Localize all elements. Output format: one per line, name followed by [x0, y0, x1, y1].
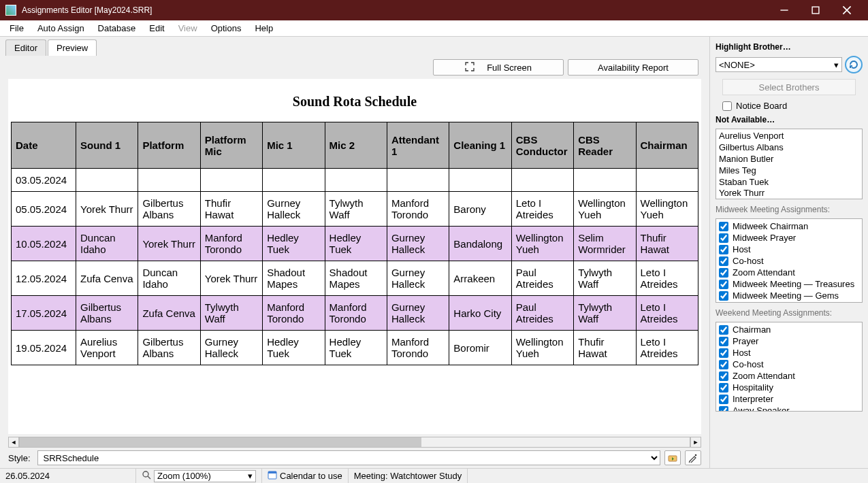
checklist-checkbox[interactable]: [719, 222, 728, 231]
assignment-cell[interactable]: [449, 169, 511, 192]
checklist-item[interactable]: Midweek Meeting — Treasures: [718, 278, 861, 290]
list-item[interactable]: Aurelius Venport: [719, 131, 859, 142]
checklist-item[interactable]: Co-host: [718, 359, 861, 370]
assignment-cell[interactable]: Tylwyth Waff: [574, 261, 636, 296]
style-settings-button[interactable]: [685, 450, 701, 465]
checklist-item[interactable]: Zoom Attendant: [718, 267, 861, 278]
menu-edit[interactable]: Edit: [142, 22, 171, 35]
assignment-cell[interactable]: Wellington Yueh: [574, 192, 636, 227]
assignment-cell[interactable]: Paul Atreides: [511, 296, 573, 331]
checklist-checkbox[interactable]: [719, 337, 728, 346]
assignment-cell[interactable]: Gilbertus Albans: [76, 296, 138, 331]
assignment-cell[interactable]: Thufir Hawat: [200, 192, 262, 227]
assignment-cell[interactable]: [76, 169, 138, 192]
assignment-cell[interactable]: [387, 169, 449, 192]
assignment-cell[interactable]: [636, 169, 698, 192]
status-calendar[interactable]: Calendar to use: [280, 471, 342, 481]
assignment-cell[interactable]: Selim Wormrider: [574, 227, 636, 261]
checklist-item[interactable]: Co-host: [718, 255, 861, 267]
assignment-cell[interactable]: Leto I Atreides: [511, 192, 573, 227]
assignment-cell[interactable]: Gurney Halleck: [387, 296, 449, 331]
assignment-cell[interactable]: Gurney Halleck: [263, 192, 325, 227]
checklist-item[interactable]: Interpreter: [718, 393, 861, 405]
assignment-cell[interactable]: Wellington Yueh: [636, 192, 698, 227]
availability-report-button[interactable]: Availability Report: [568, 59, 698, 76]
assignment-cell[interactable]: Hedley Tuek: [325, 227, 387, 261]
assignment-cell[interactable]: Shadout Mapes: [263, 261, 325, 296]
checklist-checkbox[interactable]: [719, 348, 728, 358]
assignment-cell[interactable]: Manford Torondo: [200, 227, 262, 261]
checklist-checkbox[interactable]: [719, 360, 728, 369]
assignment-cell[interactable]: Gurney Halleck: [200, 331, 262, 365]
tab-editor[interactable]: Editor: [5, 39, 46, 56]
assignment-cell[interactable]: Tylwyth Waff: [574, 296, 636, 331]
menu-file[interactable]: File: [3, 22, 31, 35]
scroll-left-icon[interactable]: ◄: [8, 437, 19, 448]
menu-options[interactable]: Options: [204, 22, 248, 35]
assignment-cell[interactable]: Thufir Hawat: [574, 331, 636, 365]
assignment-cell[interactable]: Paul Atreides: [511, 261, 573, 296]
checklist-item[interactable]: Midweek Prayer: [718, 232, 861, 244]
scroll-right-icon[interactable]: ►: [690, 437, 701, 448]
assignment-cell[interactable]: Manford Torondo: [387, 331, 449, 365]
not-available-list[interactable]: Aurelius VenportGilbertus AlbansManion B…: [716, 129, 863, 199]
checklist-item[interactable]: Prayer: [718, 335, 861, 347]
assignment-cell[interactable]: Boromir: [449, 331, 511, 365]
assignment-cell[interactable]: Wellington Yueh: [511, 331, 573, 365]
midweek-assignments-list[interactable]: Midweek ChairmanMidweek PrayerHostCo-hos…: [716, 218, 863, 303]
assignment-cell[interactable]: Manford Torondo: [387, 192, 449, 227]
assignment-cell[interactable]: Aurelius Venport: [76, 331, 138, 365]
checklist-checkbox[interactable]: [719, 268, 728, 278]
assignment-cell[interactable]: Leto I Atreides: [636, 261, 698, 296]
assignment-cell[interactable]: Leto I Atreides: [636, 331, 698, 365]
checklist-item[interactable]: Midweek Meeting — Living: [718, 301, 861, 303]
assignment-cell[interactable]: Harko City: [449, 296, 511, 331]
assignment-cell[interactable]: [325, 169, 387, 192]
checklist-item[interactable]: Host: [718, 347, 861, 359]
refresh-button[interactable]: [845, 56, 863, 73]
assignment-cell[interactable]: Thufir Hawat: [636, 227, 698, 261]
checklist-item[interactable]: Host: [718, 244, 861, 255]
list-item[interactable]: Gilbertus Albans: [719, 142, 859, 154]
checklist-checkbox[interactable]: [719, 383, 728, 393]
table-row[interactable]: 17.05.2024Gilbertus AlbansZufa CenvaTylw…: [12, 296, 698, 331]
assignment-cell[interactable]: Wellington Yueh: [511, 227, 573, 261]
horizontal-scrollbar[interactable]: ◄ ►: [8, 437, 701, 448]
assignment-cell[interactable]: [263, 169, 325, 192]
checklist-checkbox[interactable]: [719, 256, 728, 266]
assignment-cell[interactable]: Tylwyth Waff: [200, 296, 262, 331]
assignment-cell[interactable]: Hedley Tuek: [263, 227, 325, 261]
assignment-cell[interactable]: Duncan Idaho: [76, 227, 138, 261]
style-select[interactable]: SRRSchedule: [37, 450, 660, 465]
close-button[interactable]: [831, 0, 863, 20]
assignment-cell[interactable]: Gurney Halleck: [387, 261, 449, 296]
assignment-cell[interactable]: Hedley Tuek: [263, 331, 325, 365]
assignment-cell[interactable]: [200, 169, 262, 192]
list-item[interactable]: Yorek Thurr: [719, 188, 859, 199]
table-row[interactable]: 05.05.2024Yorek ThurrGilbertus AlbansThu…: [12, 192, 698, 227]
assignment-cell[interactable]: Yorek Thurr: [76, 192, 138, 227]
table-row[interactable]: 19.05.2024Aurelius VenportGilbertus Alba…: [12, 331, 698, 365]
checklist-checkbox[interactable]: [719, 406, 728, 412]
assignment-cell[interactable]: [138, 169, 200, 192]
checklist-checkbox[interactable]: [719, 395, 728, 404]
menu-auto-assign[interactable]: Auto Assign: [31, 22, 91, 35]
table-row[interactable]: 03.05.2024: [12, 169, 698, 192]
checklist-checkbox[interactable]: [719, 303, 728, 303]
menu-database[interactable]: Database: [91, 22, 143, 35]
assignment-cell[interactable]: Tylwyth Waff: [325, 192, 387, 227]
assignment-cell[interactable]: Gilbertus Albans: [138, 331, 200, 365]
checklist-item[interactable]: Midweek Meeting — Gems: [718, 290, 861, 301]
notice-board-checkbox[interactable]: [722, 101, 732, 111]
assignment-cell[interactable]: Yorek Thurr: [138, 227, 200, 261]
preview-pane[interactable]: Sound Rota Schedule DateSound 1PlatformP…: [8, 79, 701, 434]
assignment-cell[interactable]: Gurney Halleck: [387, 227, 449, 261]
list-item[interactable]: Manion Butler: [719, 154, 859, 165]
assignment-cell[interactable]: [574, 169, 636, 192]
assignment-cell[interactable]: Zufa Cenva: [76, 261, 138, 296]
assignment-cell[interactable]: Bandalong: [449, 227, 511, 261]
table-row[interactable]: 10.05.2024Duncan IdahoYorek ThurrManford…: [12, 227, 698, 261]
assignment-cell[interactable]: Arrakeen: [449, 261, 511, 296]
checklist-checkbox[interactable]: [719, 233, 728, 243]
checklist-checkbox[interactable]: [719, 371, 728, 381]
